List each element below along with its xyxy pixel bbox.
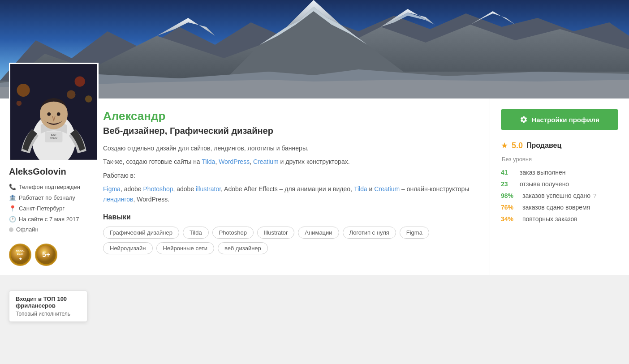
profile-title: Веб-дизайнер, Графический дизайнер [103,126,476,136]
success-rate-number: 98% [501,192,520,199]
clock-icon: 🕐 [9,215,16,223]
link-creatium2[interactable]: Creatium [374,185,400,193]
svg-text:ВЫЙ: ВЫЙ [17,253,24,256]
profile-meta: 📞 Телефон подтвержден 🏦 Работает по безн… [9,183,81,236]
link-tilda[interactable]: Tilda [202,158,215,165]
orders-done-number: 41 [501,169,517,176]
tooltip: Входит в ТОП 100 фрилансеров Топовый исп… [9,291,87,322]
svg-text:SAVT: SAVT [51,134,57,136]
seller-level: Без уровня [502,156,618,163]
link-illustrator[interactable]: illustrator [196,185,221,193]
link-photoshop[interactable]: Photoshop [143,185,173,193]
badges: ТОПО- ВЫЙ ★ [9,244,81,266]
skill-tag-5[interactable]: Логотип с нуля [343,227,396,239]
rating-number: 5.0 [512,141,523,150]
stats-section: ★ 5.0 Продавец Без уровня 41 заказ выпол… [501,141,618,223]
orders-done-label: заказ выполнен [520,169,566,176]
profile-desc-3: Работаю в: [103,171,476,180]
skill-tag-9[interactable]: веб дизайнер [218,242,268,254]
reviews-row: 23 отзыва получено [501,180,618,188]
svg-point-14 [75,76,85,86]
skill-tag-8[interactable]: Нейронные сети [156,242,214,254]
tooltip-subtitle: Топовый исполнитель [16,311,81,317]
offline-dot [9,227,13,232]
right-sidebar: Настройки профиля ★ 5.0 Продавец Без уро… [490,98,629,275]
link-tilda2[interactable]: Tilda [354,185,367,193]
reviews-label: отзыва получено [520,180,569,188]
ontime-number: 76% [501,204,520,211]
help-icon[interactable]: ? [593,193,596,199]
repeat-number: 34% [501,215,520,223]
profile-name: Александр [103,109,476,123]
skill-tag-4[interactable]: Анимации [298,227,339,239]
profile-desc-1: Создаю отдельно дизайн для сайтов, ленди… [103,143,476,153]
page-wrapper: SAVT STROY [0,0,629,364]
meta-since: 🕐 На сайте с 7 мая 2017 [9,215,81,223]
skills-section: Навыки Графический дизайнерTildaPhotosho… [103,213,476,254]
seller-rating-row: ★ 5.0 Продавец [501,141,618,150]
success-rate-label: заказов успешно сдано [522,192,590,199]
profile-desc-2: Так-же, создаю готовые сайты на Tilda, W… [103,157,476,167]
link-creatium[interactable]: Creatium [253,158,279,165]
gear-icon [520,116,528,124]
username: AleksGolovin [9,167,81,177]
svg-text:ТОПО-: ТОПО- [16,250,24,253]
left-sidebar: SAVT STROY [0,63,90,275]
skill-tag-6[interactable]: Figma [400,227,429,239]
settings-button[interactable]: Настройки профиля [501,109,618,130]
link-figma[interactable]: Figma [103,185,121,193]
badge-5plus: 5+ [35,244,57,266]
ontime-row: 76% заказов сдано вовремя [501,204,618,211]
avatar: SAVT STROY [9,63,99,161]
main-content: SAVT STROY [0,98,629,275]
skill-tag-7[interactable]: Нейродизайн [103,242,153,254]
svg-point-24 [57,112,60,116]
link-landings[interactable]: лендингов [103,196,133,203]
ontime-label: заказов сдано вовремя [522,204,590,211]
phone-icon: 📞 [9,183,16,190]
left-sidebar-info: AleksGolovin 📞 Телефон подтвержден 🏦 Раб… [9,161,81,266]
seller-label: Продавец [526,141,561,150]
svg-point-16 [17,101,22,106]
star-icon: ★ [501,141,508,150]
meta-city: 📍 Санкт-Петербург [9,205,81,212]
tooltip-title: Входит в ТОП 100 фрилансеров [16,295,81,309]
svg-rect-19 [45,132,63,142]
reviews-number: 23 [501,180,517,188]
svg-point-15 [85,95,92,103]
skill-tag-2[interactable]: Photoshop [212,227,254,239]
skill-tag-1[interactable]: Tilda [183,227,209,239]
meta-payment: 🏦 Работает по безналу [9,194,81,201]
payment-icon: 🏦 [9,194,16,201]
skill-tag-3[interactable]: Illustrator [257,227,294,239]
skills-title: Навыки [103,213,476,221]
svg-point-23 [47,112,51,116]
skills-tags: Графический дизайнерTildaPhotoshopIllust… [103,227,476,254]
repeat-label: повторных заказов [522,215,577,223]
location-icon: 📍 [9,205,16,212]
repeat-row: 34% повторных заказов [501,215,618,223]
svg-text:★: ★ [19,257,22,261]
badge-top100: ТОПО- ВЫЙ ★ [9,244,31,266]
svg-point-13 [17,84,30,97]
link-wordpress[interactable]: WordPress [219,158,250,165]
profile-desc-4: Figma, adobe Photoshop, adobe illustrato… [103,184,476,204]
orders-done-row: 41 заказ выполнен [501,169,618,176]
success-rate-row: 98% заказов успешно сдано ? [501,192,618,199]
svg-text:STROY: STROY [50,137,58,140]
skill-tag-0[interactable]: Графический дизайнер [103,227,179,239]
center-content: Александр Веб-дизайнер, Графический диза… [90,98,490,275]
svg-point-17 [67,90,75,99]
svg-text:5+: 5+ [42,251,50,258]
meta-phone: 📞 Телефон подтвержден [9,183,81,190]
meta-status: Офлайн [9,226,81,233]
